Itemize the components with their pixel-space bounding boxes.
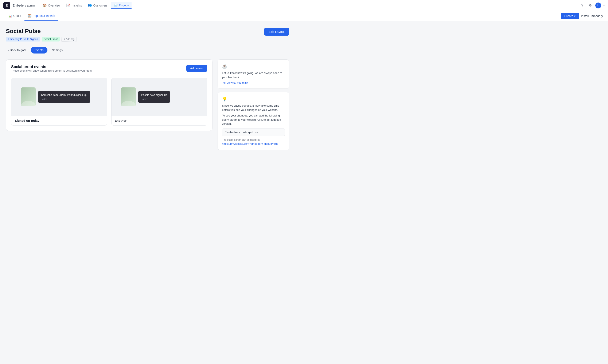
goals-icon: 📊 — [8, 14, 12, 17]
engage-icon: ✉️ — [113, 3, 118, 7]
edit-layout-button[interactable]: Edit Layout — [264, 28, 289, 36]
event-preview-inner-2: People have signed up Today — [121, 87, 197, 106]
app-logo: E — [3, 2, 10, 9]
page-header-left: Social Pulse Embedery Push To Signup Soc… — [6, 28, 77, 42]
preview-popup-2: People have signed up Today — [138, 91, 170, 103]
nav-label-overview: Overview — [48, 4, 60, 7]
event-label-2: another — [111, 116, 207, 125]
page-tags: Embedery Push To Signup Social-Proof + A… — [6, 37, 77, 42]
feedback-text: Let us know how its going, we are always… — [222, 71, 285, 79]
brand-label: Embedery admin — [13, 4, 35, 7]
overview-icon: 🏠 — [42, 3, 47, 7]
tab-events[interactable]: Events — [31, 47, 47, 53]
insights-icon: 📈 — [66, 3, 70, 7]
events-subtitle: These events will show when this element… — [11, 69, 92, 72]
nav-item-engage[interactable]: ✉️ Engage — [111, 2, 132, 9]
sub-nav-items: 📊 Goals 🪟 Popups & In-web — [5, 11, 561, 21]
popup-time-1: Today — [41, 97, 87, 101]
debug-detail-text: To see your changes, you can add the fol… — [222, 114, 285, 126]
page-header: Social Pulse Embedery Push To Signup Soc… — [6, 28, 289, 42]
event-label-1: Signed up today — [11, 116, 107, 125]
sub-nav-popups[interactable]: 🪟 Popups & In-web — [25, 11, 59, 21]
sub-nav-popups-label: Popups & In-web — [33, 14, 55, 17]
events-section: Social proof events These events will sh… — [6, 59, 213, 131]
events-title: Social proof events — [11, 65, 92, 69]
nav-item-insights[interactable]: 📈 Insights — [64, 2, 84, 9]
debug-intro-text: Since we cache popups, it may take some … — [222, 104, 285, 112]
nav-label-insights: Insights — [72, 4, 82, 7]
page-content: Social Pulse Embedery Push To Signup Soc… — [0, 21, 295, 160]
nav-items: 🏠 Overview 📈 Insights 👥 Customers ✉️ Eng… — [40, 2, 579, 9]
settings-button[interactable]: ⚙ — [587, 2, 593, 8]
create-button[interactable]: Create ▾ — [561, 13, 579, 19]
user-avatar[interactable]: U — [595, 2, 601, 8]
customers-icon: 👥 — [88, 3, 92, 7]
events-header: Social proof events These events will sh… — [11, 65, 207, 77]
feedback-icon: ☕ — [222, 64, 285, 69]
preview-avatar-2 — [121, 87, 136, 106]
feedback-link[interactable]: Tell us what you think — [222, 81, 248, 84]
event-preview-1: Someone from Dublin, Ireland signed up. … — [11, 78, 107, 116]
events-header-text: Social proof events These events will sh… — [11, 65, 92, 77]
nav-item-overview[interactable]: 🏠 Overview — [40, 2, 63, 9]
events-grid: Someone from Dublin, Ireland signed up. … — [11, 78, 207, 126]
debug-icon: 💡 — [222, 96, 285, 102]
popup-text-1: Someone from Dublin, Ireland signed up. — [41, 93, 87, 97]
nav-right: ? ⚙ U ▾ — [579, 2, 605, 8]
tag-embedery-push[interactable]: Embedery Push To Signup — [6, 37, 40, 41]
main-layout: Social proof events These events will sh… — [6, 59, 289, 154]
debug-hint: The query param can be used like https:/… — [222, 138, 285, 146]
right-panel: ☕ Let us know how its going, we are alwa… — [217, 59, 289, 154]
debug-value[interactable]: ?embedery_debug=true — [222, 129, 285, 136]
left-panel: Social proof events These events will sh… — [6, 59, 213, 154]
debug-example-url[interactable]: https://mywebsite.com?embedery_debug=tru… — [222, 142, 278, 145]
tag-social-proof[interactable]: Social-Proof — [42, 37, 60, 41]
event-card-2[interactable]: People have signed up Today another — [111, 78, 207, 126]
top-nav: E Embedery admin 🏠 Overview 📈 Insights 👥… — [0, 0, 608, 11]
event-preview-inner-1: Someone from Dublin, Ireland signed up. … — [21, 87, 97, 106]
preview-popup-1: Someone from Dublin, Ireland signed up. … — [38, 91, 90, 103]
preview-avatar-1 — [21, 87, 36, 106]
page-title: Social Pulse — [6, 28, 77, 35]
nav-item-customers[interactable]: 👥 Customers — [85, 2, 110, 9]
sub-nav: 📊 Goals 🪟 Popups & In-web Create ▾ Insta… — [0, 11, 608, 21]
popup-time-2: Today — [141, 97, 167, 101]
nav-label-customers: Customers — [93, 4, 108, 7]
sub-nav-right: Create ▾ Install Embedery — [561, 13, 603, 19]
preview-avatar-shape-1 — [21, 87, 36, 106]
preview-avatar-shape-2 — [121, 87, 136, 106]
page-tabs: ‹ Back to goal Events Settings — [6, 47, 289, 53]
back-to-goal-button[interactable]: ‹ Back to goal — [6, 47, 28, 53]
install-button[interactable]: Install Embedery — [581, 14, 603, 18]
popup-text-2: People have signed up — [141, 93, 167, 97]
nav-label-engage: Engage — [119, 4, 129, 7]
event-preview-2: People have signed up Today — [111, 78, 207, 116]
sub-nav-goals-label: Goals — [13, 14, 21, 17]
user-chevron[interactable]: ▾ — [603, 4, 605, 7]
sub-nav-goals[interactable]: 📊 Goals — [5, 11, 25, 21]
tab-settings[interactable]: Settings — [48, 47, 67, 53]
debug-card: 💡 Since we cache popups, it may take som… — [217, 92, 289, 150]
add-event-button[interactable]: Add event — [186, 65, 207, 72]
back-arrow-icon: ‹ — [8, 49, 9, 52]
add-tag-button[interactable]: + Add tag — [61, 37, 77, 42]
event-card-1[interactable]: Someone from Dublin, Ireland signed up. … — [11, 78, 107, 126]
feedback-card: ☕ Let us know how its going, we are alwa… — [217, 59, 289, 89]
help-button[interactable]: ? — [579, 2, 585, 8]
popups-icon: 🪟 — [28, 14, 31, 17]
create-chevron: ▾ — [574, 14, 576, 18]
